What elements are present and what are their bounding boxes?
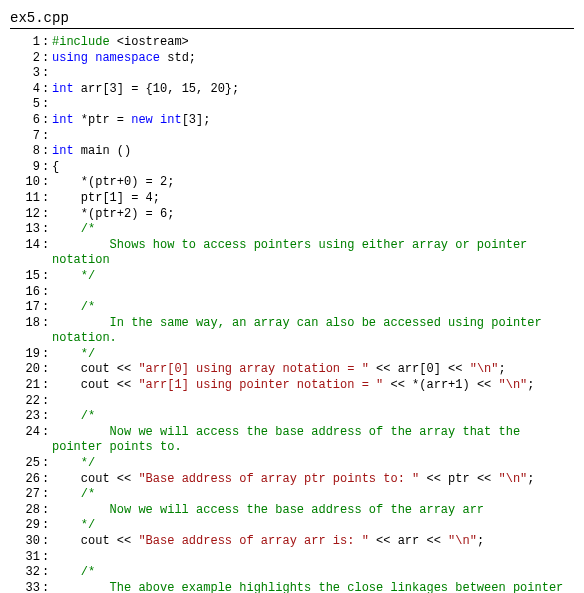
line-number: 6 — [10, 113, 40, 129]
line-source: cout << "Base address of array ptr point… — [50, 472, 574, 488]
tok: << ptr << — [419, 472, 498, 486]
line-separator: : — [40, 409, 50, 425]
line-source: cout << "arr[0] using array notation = "… — [50, 362, 574, 378]
line-separator: : — [40, 347, 50, 363]
line-number: 24 — [10, 425, 40, 441]
line-separator: : — [40, 456, 50, 472]
line-source: /* — [50, 409, 574, 425]
tok: cout << — [52, 378, 138, 392]
line-source: #include <iostream> — [50, 35, 574, 51]
line-separator: : — [40, 503, 50, 519]
code-line: 17: /* — [10, 300, 574, 316]
line-separator: : — [40, 129, 50, 145]
tok: cout << — [52, 534, 138, 548]
tok: */ — [52, 347, 95, 361]
tok: main () — [74, 144, 132, 158]
tok: The above example highlights the close l… — [52, 581, 571, 593]
tok: /* — [52, 487, 95, 501]
tok: ; — [499, 362, 506, 376]
code-line: 20: cout << "arr[0] using array notation… — [10, 362, 574, 378]
tok: { — [52, 160, 59, 174]
tok: Now we will access the base address of t… — [52, 425, 527, 455]
line-number: 19 — [10, 347, 40, 363]
code-line: 11: ptr[1] = 4; — [10, 191, 574, 207]
tok: *(ptr+0) = 2; — [52, 175, 174, 189]
tok: "Base address of array arr is: " — [138, 534, 368, 548]
code-line: 15: */ — [10, 269, 574, 285]
line-number: 14 — [10, 238, 40, 254]
line-separator: : — [40, 487, 50, 503]
line-number: 13 — [10, 222, 40, 238]
tok: std; — [160, 51, 196, 65]
line-number: 10 — [10, 175, 40, 191]
line-source: *(ptr+0) = 2; — [50, 175, 574, 191]
tok: ptr[1] = 4; — [52, 191, 160, 205]
code-line: 14: Shows how to access pointers using e… — [10, 238, 574, 269]
line-separator: : — [40, 285, 50, 301]
line-separator: : — [40, 394, 50, 410]
line-separator: : — [40, 66, 50, 82]
line-source: int *ptr = new int[3]; — [50, 113, 574, 129]
line-source: /* — [50, 565, 574, 581]
code-line: 9:{ — [10, 160, 574, 176]
code-line: 7: — [10, 129, 574, 145]
line-number: 33 — [10, 581, 40, 593]
line-source: using namespace std; — [50, 51, 574, 67]
line-number: 8 — [10, 144, 40, 160]
line-separator: : — [40, 191, 50, 207]
line-separator: : — [40, 518, 50, 534]
code-line: 30: cout << "Base address of array arr i… — [10, 534, 574, 550]
code-listing: 1:#include <iostream>2:using namespace s… — [10, 35, 574, 593]
tok: */ — [52, 518, 95, 532]
line-source: */ — [50, 347, 574, 363]
tok: *(ptr+2) = 6; — [52, 207, 174, 221]
tok: <iostream> — [117, 35, 189, 49]
code-line: 27: /* — [10, 487, 574, 503]
line-number: 18 — [10, 316, 40, 332]
tok: /* — [52, 222, 95, 236]
tok: In the same way, an array can also be ac… — [52, 316, 549, 346]
line-source: Now we will access the base address of t… — [50, 425, 574, 456]
line-source: The above example highlights the close l… — [50, 581, 574, 593]
code-line: 33: The above example highlights the clo… — [10, 581, 574, 593]
code-line: 10: *(ptr+0) = 2; — [10, 175, 574, 191]
line-number: 1 — [10, 35, 40, 51]
line-separator: : — [40, 565, 50, 581]
tok: int — [52, 113, 74, 127]
tok: arr[3] = {10, 15, 20}; — [74, 82, 240, 96]
line-source: In the same way, an array can also be ac… — [50, 316, 574, 347]
line-source: ptr[1] = 4; — [50, 191, 574, 207]
tok: int — [52, 144, 74, 158]
tok: ; — [477, 534, 484, 548]
line-number: 21 — [10, 378, 40, 394]
line-separator: : — [40, 160, 50, 176]
tok: Now we will access the base address of t… — [52, 503, 484, 517]
code-line: 18: In the same way, an array can also b… — [10, 316, 574, 347]
line-source: */ — [50, 456, 574, 472]
code-line: 23: /* — [10, 409, 574, 425]
code-line: 2:using namespace std; — [10, 51, 574, 67]
code-line: 22: — [10, 394, 574, 410]
line-number: 2 — [10, 51, 40, 67]
line-source: */ — [50, 269, 574, 285]
tok: cout << — [52, 362, 138, 376]
code-line: 19: */ — [10, 347, 574, 363]
line-separator: : — [40, 175, 50, 191]
code-line: 25: */ — [10, 456, 574, 472]
tok: << arr << — [369, 534, 448, 548]
tok: << *(arr+1) << — [383, 378, 498, 392]
line-separator: : — [40, 144, 50, 160]
line-number: 15 — [10, 269, 40, 285]
tok — [153, 113, 160, 127]
line-source: Shows how to access pointers using eithe… — [50, 238, 574, 269]
line-separator: : — [40, 97, 50, 113]
tok: "arr[1] using pointer notation = " — [138, 378, 383, 392]
line-number: 30 — [10, 534, 40, 550]
file-title: ex5.cpp — [10, 10, 574, 29]
line-number: 25 — [10, 456, 40, 472]
code-line: 1:#include <iostream> — [10, 35, 574, 51]
code-line: 6:int *ptr = new int[3]; — [10, 113, 574, 129]
line-number: 20 — [10, 362, 40, 378]
tok: "\n" — [499, 472, 528, 486]
code-line: 32: /* — [10, 565, 574, 581]
